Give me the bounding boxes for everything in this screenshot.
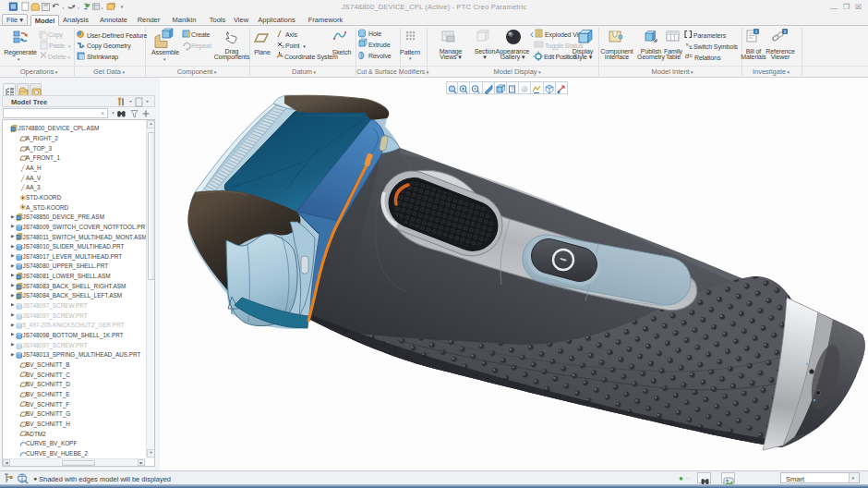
svg-text:d=: d=	[685, 53, 693, 59]
